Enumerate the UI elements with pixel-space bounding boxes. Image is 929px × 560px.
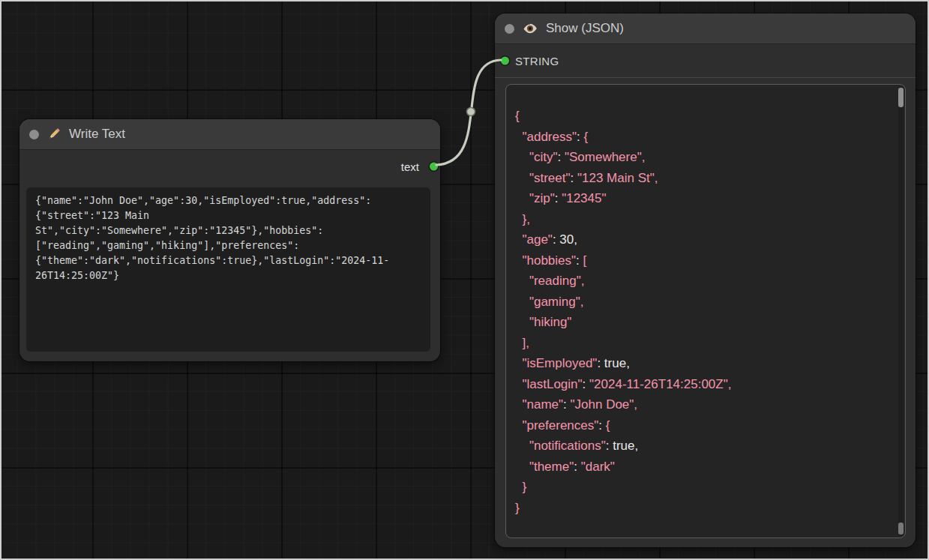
collapse-dot[interactable] [505, 24, 514, 34]
json-display-content: { "address": { "city": "Somewhere", "str… [506, 85, 905, 518]
eye-icon [522, 20, 538, 37]
json-display[interactable]: { "address": { "city": "Somewhere", "str… [505, 84, 906, 538]
write-text-title: Write Text [69, 127, 125, 142]
string-input-port[interactable] [501, 57, 509, 65]
pencil-icon [46, 127, 61, 142]
text-output-label: text [401, 160, 419, 173]
link-midpoint-dot[interactable] [467, 108, 475, 116]
text-output-slot: text [19, 150, 440, 183]
string-input-label: STRING [515, 55, 559, 67]
show-json-header[interactable]: Show (JSON) [495, 13, 916, 44]
link-wire[interactable] [436, 60, 501, 165]
node-show-json[interactable]: Show (JSON) STRING { "address": { "city"… [495, 13, 916, 547]
json-scrollbar[interactable] [898, 86, 904, 536]
string-input-slot: STRING [495, 44, 916, 78]
text-output-port[interactable] [430, 163, 438, 171]
write-text-header[interactable]: Write Text [19, 119, 440, 150]
scrollbar-thumb[interactable] [898, 88, 904, 107]
show-json-title: Show (JSON) [546, 21, 624, 36]
write-text-textarea[interactable]: {"name":"John Doe","age":30,"isEmployed"… [26, 187, 430, 352]
node-write-text[interactable]: Write Text text {"name":"John Doe","age"… [19, 119, 440, 361]
node-canvas[interactable]: Write Text text {"name":"John Doe","age"… [0, 0, 929, 560]
scrollbar-thumb-bottom[interactable] [898, 523, 904, 535]
collapse-dot[interactable] [29, 130, 39, 139]
